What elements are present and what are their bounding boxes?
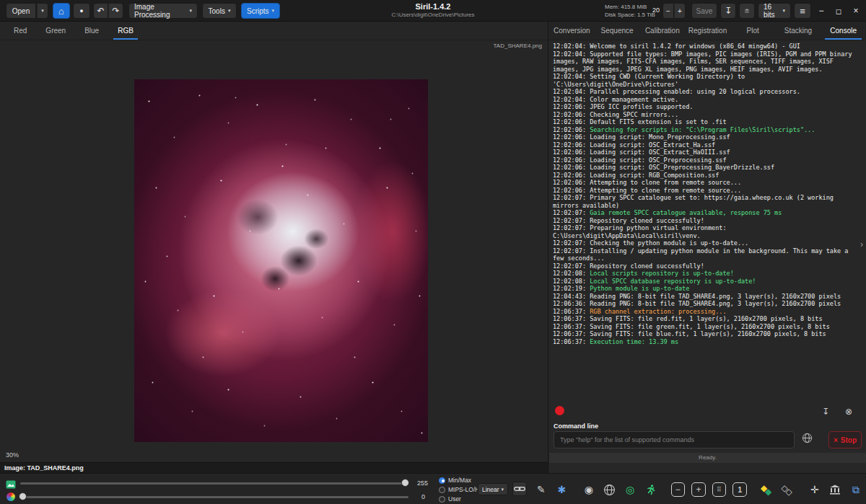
zoom-out-button[interactable]: − [670,480,687,499]
target-button[interactable]: ◎ [621,480,639,499]
app-title: Siril-1.4.2 [289,2,577,11]
pinwheel-tool-button[interactable]: ✱ [554,480,571,499]
chevron-down-icon: ▾ [501,487,504,492]
aperture-button[interactable]: ◉ [580,480,598,499]
zoom-one-to-one-button[interactable]: 1 [731,480,748,499]
panel-expander-button[interactable]: › [858,236,865,252]
plus-icon: + [678,7,682,15]
home-icon: ⌂ [58,6,64,17]
web-button[interactable] [601,480,618,499]
window-close-button[interactable]: × [849,3,863,19]
bit-depth-dropdown[interactable]: 16 bits▾ [758,3,791,19]
fit-to-view-button[interactable]: ⠿ [711,480,728,499]
link-channels-button[interactable] [512,482,527,496]
console-line: 12:02:06: Loading script: OSC_Preprocess… [553,156,862,164]
clear-icon: ⊗ [845,407,852,417]
nebula-image[interactable] [134,79,428,442]
zoom-in-button[interactable]: + [690,480,707,499]
console-line: 12:02:07: Repository cloned successfully… [553,262,862,270]
tab-conversion[interactable]: Conversion [549,22,595,40]
console-log[interactable]: 12:02:04: Welcome to siril 1.4.2 for win… [549,40,866,402]
tab-green[interactable]: Green [36,22,75,40]
console-line: 12:02:06: JPEG ICC profiles supported. [553,103,862,111]
tab-rgb[interactable]: RGB [108,22,143,40]
close-icon: × [854,6,859,16]
hamburger-menu-button[interactable]: ≡ [794,3,811,19]
tab-sequence[interactable]: Sequence [595,22,640,40]
chevron-down-icon: ▾ [782,8,785,14]
log-record-indicator[interactable] [555,406,564,415]
threads-value: 20 [652,6,660,14]
channel-tabs: Red Green Blue RGB [0,22,548,40]
command-help-button[interactable] [799,432,815,448]
tab-console[interactable]: Console [821,22,866,40]
clear-console-button[interactable]: ⊗ [841,404,856,419]
low-level-slider-handle[interactable] [19,492,27,500]
image-processing-menu-button[interactable]: Image Processing▾ [128,3,198,19]
open-button[interactable]: Open [6,3,36,19]
record-button[interactable]: ● [73,3,90,19]
console-line: 12:02:04: Welcome to siril 1.4.2 for win… [553,43,862,50]
command-input[interactable] [554,431,795,448]
undo-button[interactable]: ↶ [93,3,108,19]
stop-button[interactable]: × Stop [828,431,862,448]
pen-tool-button[interactable]: ✎ [533,480,550,499]
chevron-right-icon: › [860,239,863,249]
tab-stacking[interactable]: Stacking [776,22,821,40]
tab-plot[interactable]: Plot [730,22,776,40]
image-canvas[interactable]: TAD_SHARE4.png 30% [0,40,548,462]
console-line: 12:02:07: Repository cloned successfully… [553,217,862,225]
memory-usage: Mem: 415.8 MiB [605,3,655,11]
high-level-slider-handle[interactable] [401,479,409,487]
astrometry-button[interactable]: ✛ [806,480,823,499]
home-button[interactable]: ⌂ [53,3,70,19]
sequence-frames-button[interactable]: ⧉ [847,480,865,499]
console-line: 12:02:06: Attempting to clone from remot… [553,179,862,187]
window-minimize-button[interactable]: − [814,3,828,19]
layers-colored-button[interactable]: ◆ ◆ [758,480,776,499]
script-runner-button[interactable] [642,480,660,499]
maximize-icon: ◻ [836,7,841,15]
runner-icon [645,484,657,495]
layers-outline-button[interactable]: ◇ ◇ [779,480,797,499]
hamburger-icon: ≡ [800,6,805,17]
tab-red[interactable]: Red [4,22,36,40]
mode-user[interactable]: User [439,495,461,503]
window-maximize-button[interactable]: ◻ [831,3,846,19]
mode-mips[interactable]: MIPS-LO/HI [439,486,481,493]
threads-increase-button[interactable]: + [674,3,686,19]
minimize-icon: − [819,6,824,16]
save-as-button[interactable]: ↧ [720,3,736,19]
save-button[interactable]: Save [691,3,717,19]
console-line: 12:02:06: Loading script: OSC_Preprocess… [553,164,862,172]
filename-overlay: TAD_SHARE4.png [494,43,542,49]
console-line: 12:02:07: Gaia remote SPCC catalogue ava… [553,209,862,217]
high-level-slider[interactable] [20,482,408,485]
chevron-down-icon: ▾ [189,8,192,14]
high-level-value: 255 [417,479,428,487]
chevron-down-icon: ▾ [272,8,275,14]
tab-blue[interactable]: Blue [75,22,108,40]
tab-registration[interactable]: Registration [685,22,730,40]
tab-calibration[interactable]: Calibration [639,22,685,40]
tools-menu-button[interactable]: Tools▾ [202,3,237,19]
chevron-down-icon: ▾ [41,8,44,14]
scripts-menu-button[interactable]: Scripts▾ [241,3,280,19]
stretch-mode-dropdown[interactable]: Linear▾ [478,483,508,495]
titlebar: Open ▾ ⌂ ● ↶ ↷ Image Processing▾ Tools▾ … [0,0,866,22]
console-line: 12:06:37: Saving FITS: file red.fit, 1 l… [553,315,862,323]
open-dropdown-button[interactable]: ▾ [37,3,48,19]
chevron-down-icon: ▾ [228,8,231,14]
snapshot-button[interactable] [739,3,755,19]
console-line: 12:02:04: Parallel processing enabled: u… [553,88,862,96]
photometry-button[interactable] [827,480,844,499]
threads-decrease-button[interactable]: − [662,3,674,19]
console-line: 12:02:06: Checking SPCC mirrors... [553,111,862,119]
mode-minmax[interactable]: Min/Max [439,477,471,484]
image-label-bar: Image: TAD_SHARE4.png [0,462,548,473]
redo-button[interactable]: ↷ [108,3,123,19]
undo-icon: ↶ [97,6,104,16]
console-line: 12:02:07: Preparing python virtual envir… [553,224,862,239]
low-level-slider[interactable] [20,496,408,498]
export-log-button[interactable]: ↧ [818,404,833,419]
